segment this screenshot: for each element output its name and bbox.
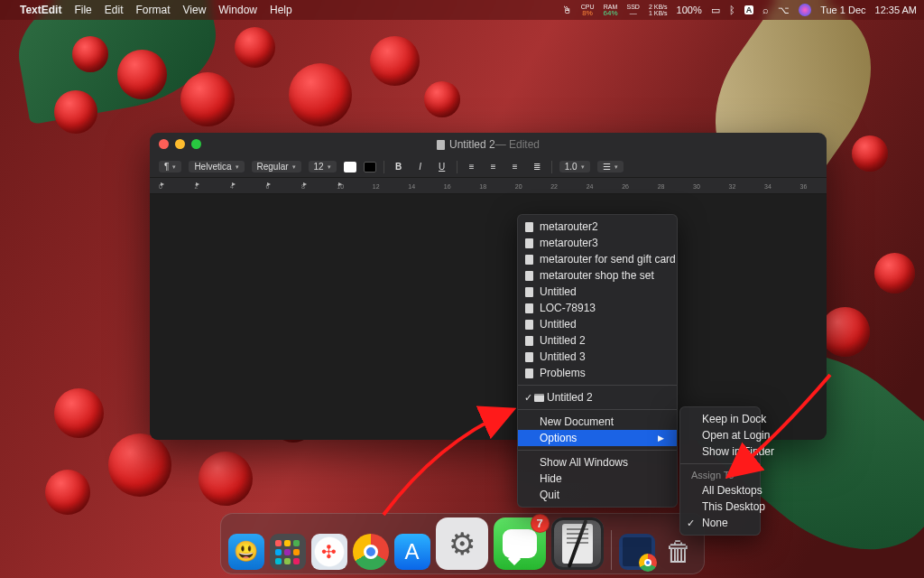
- dock-options-submenu: Keep in Dock Open at Login Show in Finde…: [679, 406, 761, 536]
- siri-icon[interactable]: [799, 4, 811, 16]
- ctx-recent-file[interactable]: metarouter2: [518, 219, 677, 235]
- menu-view[interactable]: View: [183, 4, 207, 16]
- dock-settings-icon[interactable]: ⚙: [436, 517, 488, 570]
- menubar: TextEdit File Edit Format View Window He…: [0, 0, 924, 20]
- menubar-time[interactable]: 12:35 AM: [875, 5, 917, 15]
- dock: 😃 ✣ A ⚙ 7 🗑: [0, 513, 924, 574]
- ctx-recent-file-label: metarouter3: [540, 237, 598, 249]
- file-icon: [525, 352, 533, 362]
- dock-trash-icon[interactable]: 🗑: [661, 534, 697, 570]
- file-icon: [525, 271, 533, 281]
- align-justify-button[interactable]: ≣: [530, 160, 544, 174]
- ctx-current-window[interactable]: ✓ Untitled 2: [518, 389, 677, 406]
- menu-help[interactable]: Help: [270, 4, 292, 16]
- align-right-button[interactable]: ≡: [508, 160, 522, 174]
- ctx-quit[interactable]: Quit: [518, 487, 677, 503]
- dock-messages-icon[interactable]: 7: [494, 517, 546, 570]
- font-family-select[interactable]: Helvetica ▾: [189, 161, 244, 172]
- ctx-recent-file[interactable]: LOC-78913: [518, 300, 677, 316]
- dock-chrome-icon[interactable]: [353, 534, 389, 570]
- ctx-recent-file[interactable]: Untitled: [518, 284, 677, 300]
- dock-context-menu: metarouter2metarouter3metarouter for sen…: [517, 214, 678, 508]
- file-icon: [525, 287, 533, 297]
- submenu-arrow-icon: ▶: [658, 434, 664, 443]
- ctx-recent-file[interactable]: Problems: [518, 365, 677, 381]
- file-icon: [525, 336, 533, 346]
- ctx-recent-file-label: metarouter2: [540, 220, 598, 233]
- ctx-hide[interactable]: Hide: [518, 471, 677, 487]
- bg-color-button[interactable]: [364, 162, 376, 172]
- editor-area[interactable]: [150, 194, 827, 440]
- ctx-recent-file-label: Untitled 2: [540, 334, 586, 347]
- ram-stat[interactable]: RAM64%: [603, 4, 617, 16]
- menubar-date[interactable]: Tue 1 Dec: [820, 5, 865, 15]
- window-title: Untitled 2: [449, 138, 495, 151]
- ctx-this-desktop[interactable]: This Desktop: [680, 499, 760, 515]
- ctx-none[interactable]: ✓None: [680, 515, 760, 531]
- file-icon: [525, 255, 533, 265]
- dock-finder-icon[interactable]: 😃: [228, 534, 264, 570]
- font-weight-select[interactable]: Regular ▾: [252, 161, 301, 172]
- ssd-stat[interactable]: SSD—: [627, 4, 640, 16]
- dock-separator: [611, 530, 612, 570]
- ctx-recent-file[interactable]: Untitled: [518, 316, 677, 332]
- ctx-recent-file[interactable]: Untitled 3: [518, 349, 677, 365]
- dock-minimized-window[interactable]: [619, 534, 655, 570]
- dock-textedit-icon[interactable]: [551, 517, 604, 570]
- menu-edit[interactable]: Edit: [105, 4, 124, 16]
- window-titlebar[interactable]: Untitled 2 — Edited: [150, 133, 827, 156]
- ctx-keep-in-dock[interactable]: Keep in Dock: [680, 411, 760, 427]
- window-zoom-button[interactable]: [191, 139, 201, 149]
- ctx-open-at-login[interactable]: Open at Login: [680, 427, 760, 443]
- ctx-new-document[interactable]: New Document: [518, 414, 677, 430]
- mouse-icon[interactable]: 🖱: [562, 5, 572, 15]
- paragraph-style-select[interactable]: ¶ ▾: [159, 161, 181, 172]
- text-input-icon[interactable]: A: [744, 5, 754, 14]
- cpu-stat[interactable]: CPU8%: [581, 4, 595, 16]
- window-close-button[interactable]: [159, 139, 169, 149]
- align-left-button[interactable]: ≡: [465, 160, 479, 174]
- ctx-all-desktops[interactable]: All Desktops: [680, 482, 760, 499]
- menu-format[interactable]: Format: [135, 4, 170, 16]
- dock-appstore-icon[interactable]: A: [394, 534, 430, 570]
- file-icon: [525, 222, 533, 232]
- battery-icon[interactable]: ▭: [711, 5, 720, 16]
- dock-safari-icon[interactable]: ✣: [311, 534, 347, 570]
- window-minimize-button[interactable]: [175, 139, 185, 149]
- ctx-recent-file-label: metarouter shop the set: [540, 269, 654, 282]
- ctx-show-all-windows[interactable]: Show All Windows: [518, 454, 677, 471]
- align-center-button[interactable]: ≡: [486, 160, 501, 174]
- ctx-options[interactable]: Options▶: [518, 430, 677, 446]
- ctx-recent-file-label: Untitled: [540, 318, 577, 331]
- file-icon: [525, 320, 533, 330]
- spotlight-icon[interactable]: ⌕: [762, 5, 769, 15]
- font-size-select[interactable]: 12 ▾: [309, 161, 337, 172]
- ctx-recent-file-label: Untitled 3: [540, 350, 586, 363]
- ctx-recent-file[interactable]: metarouter shop the set: [518, 267, 677, 284]
- menu-window[interactable]: Window: [218, 4, 257, 16]
- text-color-button[interactable]: [344, 162, 356, 172]
- list-style-select[interactable]: ☰ ▾: [597, 161, 624, 172]
- italic-button[interactable]: I: [413, 160, 428, 174]
- ctx-recent-file-label: Untitled: [540, 285, 577, 298]
- bluetooth-icon[interactable]: ᛒ: [729, 5, 735, 15]
- underline-button[interactable]: U: [435, 160, 449, 174]
- titlebar-file-icon: [437, 140, 445, 150]
- ctx-assign-to-header: Assign To: [680, 468, 760, 482]
- net-stat[interactable]: 2 KB/s1 KB/s: [649, 4, 668, 16]
- ctx-recent-file[interactable]: metarouter for send gift card: [518, 251, 677, 267]
- menu-file[interactable]: File: [74, 4, 91, 16]
- textedit-window: Untitled 2 — Edited ¶ ▾ Helvetica ▾ Regu…: [150, 133, 827, 440]
- control-center-icon[interactable]: ⌥: [778, 5, 790, 16]
- ctx-show-in-finder[interactable]: Show in Finder: [680, 443, 760, 460]
- app-name[interactable]: TextEdit: [20, 4, 61, 16]
- ruler[interactable]: 024681012141618202224262830323436▸▸▸▸▸▸: [150, 178, 827, 194]
- window-title-suffix: — Edited: [495, 138, 540, 151]
- ctx-recent-file[interactable]: metarouter3: [518, 235, 677, 251]
- bold-button[interactable]: B: [392, 160, 406, 174]
- checkmark-icon: ✓: [687, 517, 695, 529]
- dock-launchpad-icon[interactable]: [270, 534, 306, 570]
- line-spacing-select[interactable]: 1.0 ▾: [559, 161, 590, 172]
- ctx-recent-file[interactable]: Untitled 2: [518, 332, 677, 349]
- battery-pct[interactable]: 100%: [677, 5, 702, 15]
